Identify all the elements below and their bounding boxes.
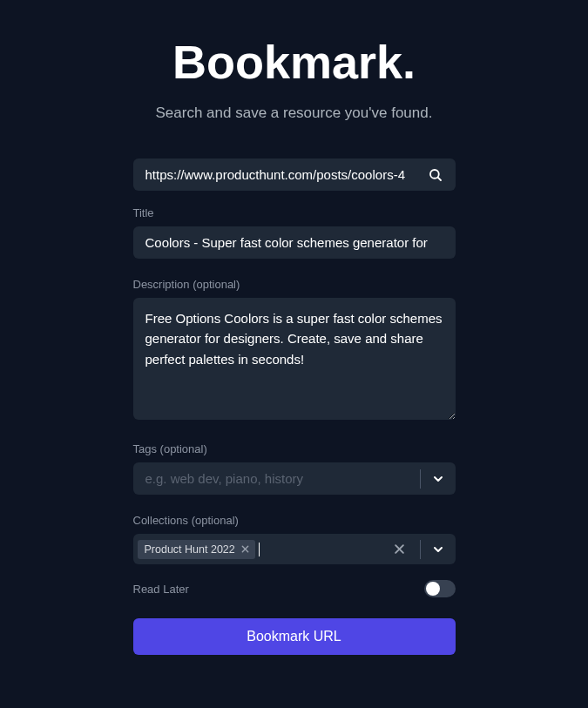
tags-label: Tags (optional) [133, 442, 456, 455]
close-icon [240, 544, 250, 554]
collections-controls [409, 540, 456, 559]
separator [420, 540, 421, 559]
tags-dropdown-button[interactable] [431, 472, 445, 486]
title-label: Title [133, 206, 456, 219]
collections-clear-button[interactable] [393, 543, 409, 556]
separator [420, 469, 421, 489]
tags-input[interactable] [133, 462, 409, 495]
url-row [133, 158, 456, 191]
search-icon [428, 167, 443, 183]
toggle-knob [426, 582, 440, 596]
description-textarea[interactable] [133, 298, 456, 420]
close-icon [393, 543, 406, 556]
read-later-row: Read Later [133, 580, 456, 597]
chip-remove-button[interactable] [240, 544, 250, 554]
page-subtitle: Search and save a resource you've found. [156, 105, 433, 122]
tags-controls [409, 469, 456, 489]
bookmark-form: Title Description (optional) Tags (optio… [133, 158, 456, 655]
search-button[interactable] [416, 158, 456, 191]
description-label: Description (optional) [133, 278, 456, 291]
read-later-label: Read Later [133, 583, 189, 596]
url-input[interactable] [133, 158, 416, 191]
read-later-toggle[interactable] [424, 580, 456, 597]
collections-combo: Product Hunt 2022 [133, 534, 456, 564]
collection-chip-label: Product Hunt 2022 [145, 543, 235, 556]
svg-line-1 [437, 177, 440, 179]
collections-label: Collections (optional) [133, 514, 456, 527]
collection-chip: Product Hunt 2022 [138, 540, 255, 559]
bookmark-url-button[interactable]: Bookmark URL [133, 618, 456, 655]
collections-dropdown-button[interactable] [431, 543, 445, 556]
tags-combo [133, 462, 456, 495]
chevron-down-icon [431, 543, 445, 556]
collections-input[interactable] [260, 538, 393, 560]
title-input[interactable] [133, 226, 456, 259]
chevron-down-icon [431, 472, 445, 486]
page-title: Bookmark. [172, 35, 416, 89]
